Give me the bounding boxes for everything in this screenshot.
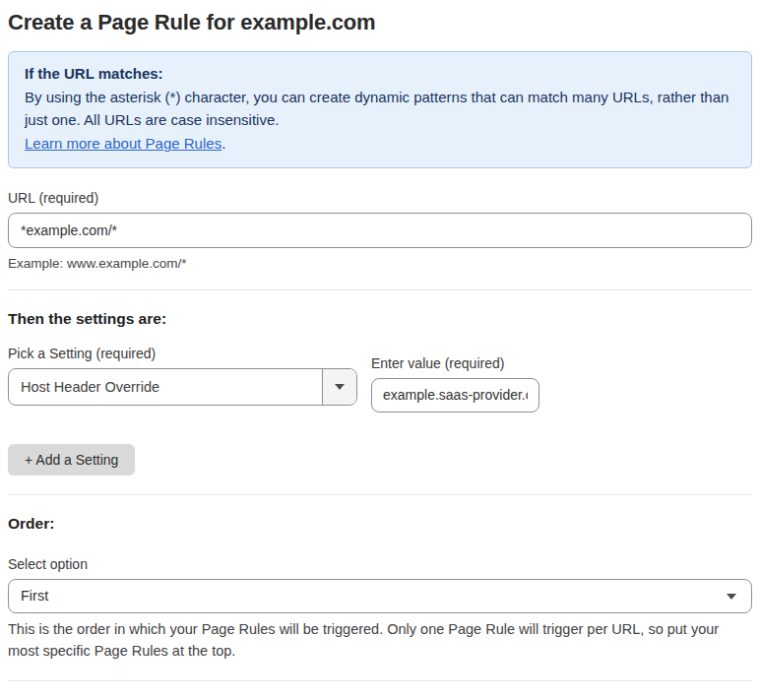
caret-down-icon <box>727 594 736 600</box>
setting-picker-column: Pick a Setting (required) Host Header Ov… <box>8 346 357 413</box>
setting-value-column: Enter value (required) <box>371 355 539 413</box>
order-section-heading: Order: <box>8 515 752 533</box>
order-select[interactable]: First <box>8 579 752 613</box>
url-matches-info-box: If the URL matches: By using the asteris… <box>8 51 752 168</box>
divider <box>8 494 752 495</box>
divider <box>8 289 752 290</box>
url-input[interactable] <box>8 213 752 248</box>
url-helper-text: Example: www.example.com/* <box>8 256 752 271</box>
divider <box>8 680 752 681</box>
setting-label: Pick a Setting (required) <box>8 346 357 361</box>
setting-select-arrow-button[interactable] <box>322 369 356 405</box>
setting-value-input[interactable] <box>371 378 539 413</box>
url-section: URL (required) Example: www.example.com/… <box>8 190 752 271</box>
info-box-body: By using the asterisk (*) character, you… <box>25 86 735 132</box>
learn-more-link[interactable]: Learn more about Page Rules <box>25 135 222 152</box>
setting-select-value: Host Header Override <box>9 369 322 405</box>
info-box-link-row: Learn more about Page Rules. <box>25 132 735 156</box>
setting-select[interactable]: Host Header Override <box>8 368 357 406</box>
caret-down-icon <box>335 384 345 390</box>
settings-section-heading: Then the settings are: <box>8 310 752 328</box>
order-helper-text: This is the order in which your Page Rul… <box>8 619 748 663</box>
order-select-label: Select option <box>8 556 752 572</box>
order-select-value: First <box>21 588 48 604</box>
info-box-heading: If the URL matches: <box>25 62 735 86</box>
page-title: Create a Page Rule for example.com <box>8 10 752 35</box>
enter-value-label: Enter value (required) <box>371 355 539 371</box>
settings-row: Pick a Setting (required) Host Header Ov… <box>8 346 752 413</box>
url-label: URL (required) <box>8 190 752 206</box>
link-period: . <box>222 135 225 152</box>
add-setting-button[interactable]: + Add a Setting <box>8 444 135 476</box>
